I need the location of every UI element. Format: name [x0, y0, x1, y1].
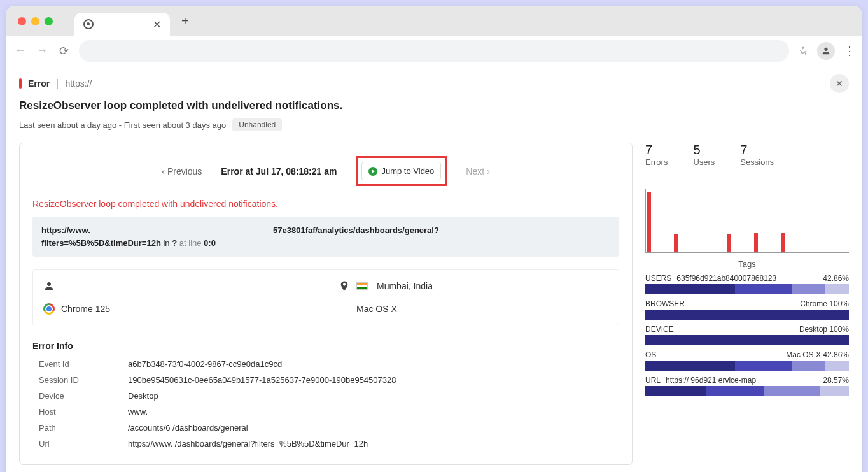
error-timestamp: Error at Jul 17, 08:18:21 am — [221, 166, 337, 176]
tag-row[interactable]: USERS635f96d921ab84000786812342.86% — [645, 273, 849, 294]
stat-sessions: 7 Sessions — [740, 143, 774, 167]
tag-header: BROWSERChrome 100% — [645, 298, 849, 310]
tag-bar-segment — [735, 361, 792, 371]
next-error-button[interactable]: Next › — [466, 166, 489, 176]
tag-label: OS — [645, 350, 656, 359]
browser-tab[interactable]: ✕ — [74, 13, 170, 36]
tag-row[interactable]: OSMac OS X 42.86% — [645, 349, 849, 371]
back-button[interactable]: ← — [14, 44, 27, 57]
next-label: Next — [466, 166, 484, 176]
bookmark-star-icon[interactable]: ☆ — [798, 44, 808, 58]
kv-row: Session ID190be95450631c-0ee65a049b1577-… — [32, 372, 619, 388]
tags-list: USERS635f96d921ab84000786812342.86%BROWS… — [645, 273, 849, 396]
kv-val: Desktop — [128, 391, 619, 401]
tag-percent: 28.57% — [823, 376, 849, 385]
context-location: Mumbai, India — [339, 280, 608, 292]
chrome-icon — [43, 303, 55, 315]
errors-bar-chart — [645, 189, 849, 253]
kv-key: Url — [32, 439, 128, 448]
tag-header: USERS635f96d921ab84000786812342.86% — [645, 273, 849, 284]
stat-errors-num: 7 — [645, 143, 668, 157]
minimize-window-button[interactable] — [31, 17, 39, 25]
reload-button[interactable]: ⟳ — [57, 44, 70, 58]
context-os: Mac OS X — [339, 303, 608, 315]
browser-window: ✕ + ← → ⟳ ☆ ⋮ Error | https:// ✕ ResizeO… — [6, 6, 862, 472]
tag-distribution-bar — [645, 310, 849, 320]
kv-key: Event Id — [32, 359, 128, 369]
stat-sessions-label: Sessions — [740, 157, 774, 167]
code-in: in — [163, 238, 172, 248]
kv-row: Urlhttps://www. /dashboards/general?filt… — [32, 436, 619, 452]
tag-value: 635f96d921ab840007868123 — [671, 274, 823, 283]
chevron-right-icon: › — [487, 166, 490, 176]
close-window-button[interactable] — [18, 17, 26, 25]
stats-panel: 7 Errors 5 Users 7 Sessions Tags USERS63… — [645, 143, 849, 465]
chart-bar — [674, 234, 678, 252]
code-url-start: https://www. — [41, 225, 90, 235]
unhandled-badge: Unhandled — [232, 118, 282, 131]
tag-bar-segment — [764, 386, 821, 396]
kv-key: Device — [32, 391, 128, 401]
previous-error-button[interactable]: ‹ Previous — [162, 166, 202, 176]
tag-distribution-bar — [645, 361, 849, 371]
close-icon: ✕ — [836, 78, 843, 89]
code-position: 0:0 — [204, 238, 216, 248]
error-info-title: Error Info — [32, 341, 619, 351]
context-grid: Mumbai, India Chrome 125 Mac OS X — [32, 269, 619, 325]
tag-percent: Chrome 100% — [800, 299, 849, 308]
browser-menu-button[interactable]: ⋮ — [844, 44, 854, 58]
jump-to-video-button[interactable]: Jump to Video — [361, 162, 441, 180]
kv-val: a6b7b348-73f0-4002-9867-cc9e0da1c9cd — [128, 359, 619, 369]
close-panel-button[interactable]: ✕ — [830, 74, 849, 93]
error-info-table: Event Ida6b7b348-73f0-4002-9867-cc9e0da1… — [32, 356, 619, 452]
address-bar[interactable] — [79, 40, 789, 62]
tag-header: DEVICEDesktop 100% — [645, 324, 849, 335]
tag-distribution-bar — [645, 335, 849, 345]
person-icon — [821, 46, 831, 56]
tag-bar-segment — [792, 284, 824, 294]
tag-row[interactable]: URLhttps:// 96d921 ervice-map28.57% — [645, 375, 849, 396]
stats-row: 7 Errors 5 Users 7 Sessions — [645, 143, 849, 176]
main-layout: ‹ Previous Error at Jul 17, 08:18:21 am … — [19, 143, 849, 465]
india-flag-icon — [356, 282, 368, 290]
kv-key: Session ID — [32, 375, 128, 385]
jump-to-video-label: Jump to Video — [381, 166, 434, 176]
code-atline: at line — [179, 238, 204, 248]
kv-row: Path/accounts/6 /dashboards/general — [32, 420, 619, 436]
chart-bar — [754, 233, 758, 252]
tag-bar-segment — [825, 284, 849, 294]
tab-favicon-icon — [83, 19, 94, 29]
play-icon — [368, 167, 377, 176]
maximize-window-button[interactable] — [45, 17, 53, 25]
tag-bar-segment — [825, 361, 849, 371]
tag-header: URLhttps:// 96d921 ervice-map28.57% — [645, 375, 849, 386]
code-filters: filters=%5B%5D&timeDur=12h — [41, 238, 161, 248]
chart-bar — [781, 233, 785, 252]
context-os-value: Mac OS X — [356, 304, 397, 314]
tag-percent: 42.86% — [823, 274, 849, 283]
tag-label: BROWSER — [645, 299, 685, 308]
breadcrumb-row: Error | https:// ✕ — [19, 74, 849, 93]
tag-label: URL — [645, 376, 661, 385]
kv-row: Event Ida6b7b348-73f0-4002-9867-cc9e0da1… — [32, 356, 619, 372]
kv-val: www. — [128, 407, 619, 417]
tag-row[interactable]: BROWSERChrome 100% — [645, 298, 849, 320]
stat-errors: 7 Errors — [645, 143, 668, 167]
tag-row[interactable]: DEVICEDesktop 100% — [645, 324, 849, 345]
code-url-end: 57e3801faf/analytics/dashboards/general? — [273, 225, 439, 235]
forward-button[interactable]: → — [36, 44, 48, 57]
tag-bar-segment — [820, 386, 849, 396]
jump-to-video-highlight: Jump to Video — [356, 156, 447, 186]
tag-bar-segment — [645, 361, 735, 371]
kv-key: Path — [32, 423, 128, 433]
new-tab-button[interactable]: + — [181, 14, 189, 29]
error-title: ResizeObserver loop completed with undel… — [19, 99, 849, 112]
context-user — [43, 280, 313, 292]
breadcrumb-separator: | — [56, 78, 59, 89]
stat-users-label: Users — [693, 157, 715, 167]
seen-info-row: Last seen about a day ago - First seen a… — [19, 118, 849, 131]
close-tab-icon[interactable]: ✕ — [153, 18, 161, 31]
profile-avatar-button[interactable] — [817, 42, 835, 60]
stat-users-num: 5 — [693, 143, 715, 157]
tag-bar-segment — [645, 284, 735, 294]
